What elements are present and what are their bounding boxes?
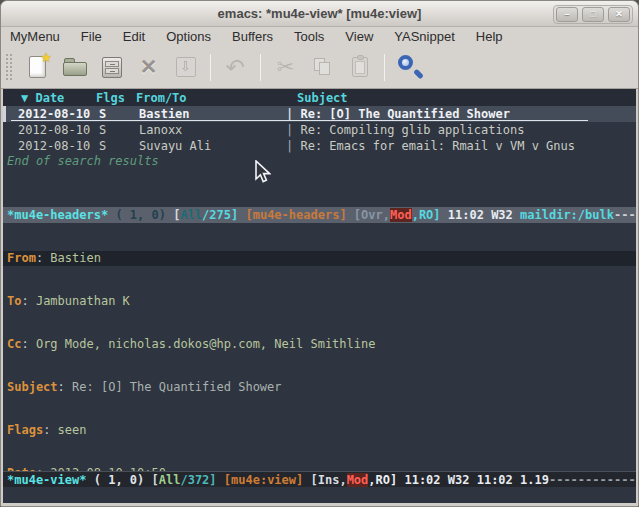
row-date: 2012-08-10 <box>3 123 99 137</box>
search-icon <box>397 54 423 80</box>
modeline-coords: ( 1, 0) <box>108 208 173 222</box>
field-from: From: Bastien <box>3 251 636 266</box>
row-from: Bastien <box>139 107 286 121</box>
new-file-button[interactable]: ★ <box>20 50 55 85</box>
modeline-major-mode: [mu4e:view] <box>224 473 311 487</box>
search-button[interactable] <box>392 50 427 85</box>
modeline-count: /275] <box>202 208 245 222</box>
dired-button[interactable] <box>94 50 129 85</box>
column-from[interactable]: From/To <box>136 91 283 105</box>
modeline-clock: 11:02 W32 11:02 1.19 <box>404 473 549 487</box>
menu-yasnippet[interactable]: YASnippet <box>394 29 454 44</box>
close-buffer-icon: ✕ <box>140 55 158 79</box>
row-date: 2012-08-10 <box>3 107 99 121</box>
view-mode-line: *mu4e-view* ( 1, 0) [All/372] [mu4e:view… <box>3 471 636 487</box>
message-row[interactable]: 2012-08-10 S Suvayu Ali | Re: Emacs for … <box>3 138 636 154</box>
row-subject: | Re: [O] The Quantified Shower <box>286 107 636 121</box>
modeline-status: ,RO] <box>412 208 448 222</box>
toolbar-separator <box>210 54 211 81</box>
close-button[interactable]: ✕ <box>608 7 630 22</box>
menu-edit[interactable]: Edit <box>123 29 145 44</box>
modeline-status: [Ins, <box>311 473 347 487</box>
modeline-bracket: [ <box>152 473 159 487</box>
toolbar-grip-handle[interactable] <box>4 52 13 82</box>
minimize-button[interactable]: – <box>556 7 578 22</box>
modeline-status: ,RO] <box>368 473 404 487</box>
dired-cabinet-icon <box>102 57 122 78</box>
row-from: Lanoxx <box>139 123 286 137</box>
modeline-count-all: All <box>159 473 181 487</box>
modeline-major-mode: [mu4e-headers] <box>245 208 353 222</box>
menu-view[interactable]: View <box>345 29 373 44</box>
row-subject: | Re: Compiling glib applications <box>286 123 636 137</box>
window-title: emacs: *mu4e-view* [mu4e:view] <box>218 6 422 21</box>
subject-pipe: | <box>286 139 300 153</box>
headers-column-row: ▼ Date Flgs From/To Subject <box>3 89 636 106</box>
end-of-search-results: End of search results <box>7 154 159 168</box>
field-flags: Flags: seen <box>3 423 636 438</box>
modeline-clock: 11:02 W32 <box>448 208 520 222</box>
menu-buffers[interactable]: Buffers <box>232 29 273 44</box>
row-date: 2012-08-10 <box>3 139 99 153</box>
open-folder-icon <box>63 58 87 77</box>
column-subject[interactable]: Subject <box>283 91 636 105</box>
modeline-buffer-name: *mu4e-view* <box>7 473 86 487</box>
row-flags: S <box>99 107 139 121</box>
save-button[interactable]: ⇩ <box>168 50 203 85</box>
column-date[interactable]: ▼ Date <box>3 91 96 105</box>
menu-bar: MyMenu File Edit Options Buffers Tools V… <box>1 27 638 46</box>
toolbar-separator <box>384 54 385 81</box>
tool-bar: ★ ✕ ⇩ ↶ ✂ <box>1 46 638 89</box>
open-file-button[interactable] <box>57 50 92 85</box>
cut-icon: ✂ <box>277 55 295 79</box>
paste-button[interactable] <box>342 50 377 85</box>
paste-icon <box>352 57 368 77</box>
save-icon: ⇩ <box>176 57 196 77</box>
emacs-frame: ▼ Date Flgs From/To Subject 2012-08-10 S… <box>1 89 638 506</box>
undo-button[interactable]: ↶ <box>218 50 253 85</box>
close-buffer-button[interactable]: ✕ <box>131 50 166 85</box>
message-row[interactable]: 2012-08-10 S Lanoxx | Re: Compiling glib… <box>3 122 636 138</box>
headers-mode-line: *mu4e-headers* ( 1, 0) [All/275] [mu4e-h… <box>3 207 636 223</box>
row-flags: S <box>99 123 139 137</box>
cut-button[interactable]: ✂ <box>268 50 303 85</box>
copy-icon <box>313 57 333 77</box>
field-cc: Cc: Org Mode, nicholas.dokos@hp.com, Nei… <box>3 337 636 352</box>
modeline-modified-flag: Mod <box>390 208 412 222</box>
emacs-window: emacs: *mu4e-view* [mu4e:view] – □ ✕ MyM… <box>0 0 639 507</box>
menu-tools[interactable]: Tools <box>294 29 324 44</box>
row-subject: | Re: Emacs for email: Rmail v VM v Gnus <box>286 139 636 153</box>
mu4e-headers-pane: ▼ Date Flgs From/To Subject 2012-08-10 S… <box>3 89 636 207</box>
row-from: Suvayu Ali <box>139 139 286 153</box>
modeline-filler: ----------------------------------------… <box>614 208 636 222</box>
row-flags: S <box>99 139 139 153</box>
message-row-selected[interactable]: 2012-08-10 S Bastien | Re: [O] The Quant… <box>3 106 636 122</box>
title-bar[interactable]: emacs: *mu4e-view* [mu4e:view] – □ ✕ <box>1 1 638 27</box>
subject-pipe: | <box>286 123 300 137</box>
menu-help[interactable]: Help <box>476 29 503 44</box>
modeline-buffer-name: *mu4e-headers* <box>7 208 108 222</box>
menu-file[interactable]: File <box>81 29 102 44</box>
window-controls: – □ ✕ <box>553 5 633 24</box>
field-subject: Subject: Re: [O] The Quantified Shower <box>3 380 636 395</box>
subject-pipe: | <box>286 107 300 121</box>
menu-mymenu[interactable]: MyMenu <box>10 29 60 44</box>
maximize-button[interactable]: □ <box>582 7 604 22</box>
modeline-filler: ----------------------------------------… <box>549 473 636 487</box>
undo-icon: ↶ <box>226 57 245 77</box>
menu-options[interactable]: Options <box>166 29 211 44</box>
column-flags[interactable]: Flgs <box>96 91 136 105</box>
new-file-icon: ★ <box>29 56 46 78</box>
modeline-maildir: maildir:/bulk <box>520 208 614 222</box>
toolbar-separator <box>260 54 261 81</box>
field-to: To: Jambunathan K <box>3 294 636 309</box>
modeline-modified-flag: Mod <box>347 473 369 487</box>
mu4e-view-pane: From: Bastien To: Jambunathan K Cc: Org … <box>3 223 636 471</box>
modeline-count: /372] <box>180 473 223 487</box>
modeline-count-all: All <box>180 208 202 222</box>
copy-button[interactable] <box>305 50 340 85</box>
modeline-status: [Ovr, <box>354 208 390 222</box>
echo-area-minibuffer[interactable] <box>3 487 636 503</box>
modeline-coords: ( 1, 0) <box>86 473 151 487</box>
